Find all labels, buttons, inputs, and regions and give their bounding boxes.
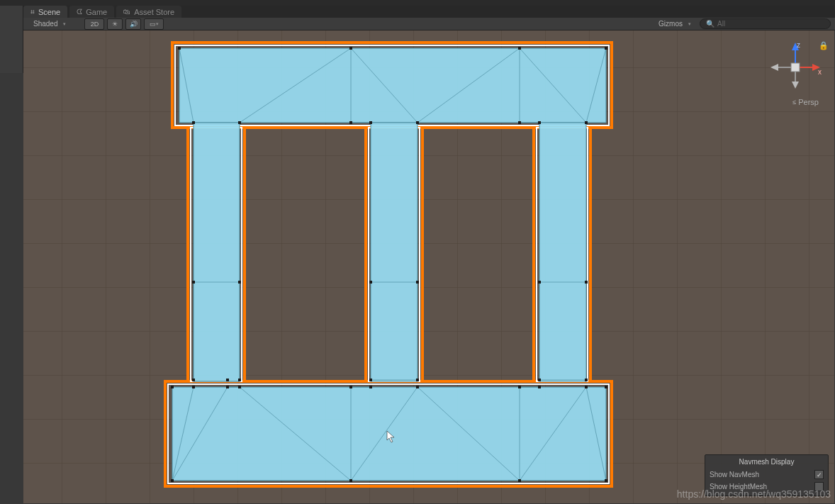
svg-rect-78 xyxy=(171,479,174,482)
svg-rect-53 xyxy=(585,121,588,124)
tab-game[interactable]: ᗧ Game xyxy=(69,6,114,18)
svg-rect-45 xyxy=(605,47,607,50)
tab-game-label: Game xyxy=(86,8,107,16)
svg-rect-72 xyxy=(369,386,372,388)
persp-arrow-icon: ≤ xyxy=(792,99,796,106)
svg-rect-59 xyxy=(585,281,588,284)
left-sidebar xyxy=(0,6,23,73)
asset-store-icon: 🛍 xyxy=(123,8,130,16)
show-navmesh-label: Show NavMesh xyxy=(710,471,759,478)
search-input[interactable]: 🔍 All xyxy=(700,18,831,29)
svg-rect-71 xyxy=(349,386,352,388)
top-bar xyxy=(0,0,835,6)
navmesh-panel-title: Navmesh Display xyxy=(710,457,824,469)
game-icon: ᗧ xyxy=(77,8,82,16)
tab-scene[interactable]: ⌗ Scene xyxy=(23,6,67,18)
tab-asset-store-label: Asset Store xyxy=(134,8,174,16)
watermark: https://blog.csdn.net/wq359135103 xyxy=(677,488,831,500)
svg-rect-44 xyxy=(518,47,521,50)
svg-rect-65 xyxy=(538,379,541,381)
svg-rect-50 xyxy=(416,121,419,124)
svg-rect-64 xyxy=(416,379,419,381)
audio-button[interactable]: 🔊 xyxy=(125,18,141,30)
lock-icon[interactable]: 🔒 xyxy=(819,41,829,50)
svg-rect-63 xyxy=(369,379,372,381)
shading-mode-dropdown[interactable]: Shaded ▾ xyxy=(28,19,72,28)
svg-rect-52 xyxy=(538,121,541,124)
axis-gizmo-icon: z x xyxy=(767,39,824,96)
svg-rect-70 xyxy=(238,386,241,388)
svg-rect-67 xyxy=(171,386,174,388)
svg-text:z: z xyxy=(797,41,800,49)
svg-rect-76 xyxy=(585,386,588,388)
svg-rect-43 xyxy=(349,47,352,50)
fx-button[interactable]: ▭ ▾ xyxy=(144,18,164,30)
mode-2d-button[interactable]: 2D xyxy=(84,18,104,30)
mode-2d-label: 2D xyxy=(91,21,99,28)
show-navmesh-row: Show NavMesh ✓ xyxy=(710,469,824,481)
svg-rect-62 xyxy=(238,379,241,381)
svg-rect-49 xyxy=(369,121,372,124)
svg-rect-56 xyxy=(369,281,372,284)
fx-icon: ▭ xyxy=(150,21,156,28)
svg-rect-81 xyxy=(605,479,607,482)
svg-rect-57 xyxy=(416,281,419,284)
svg-rect-79 xyxy=(349,479,352,482)
svg-rect-55 xyxy=(238,281,241,284)
tabs-bar: ⌗ Scene ᗧ Game 🛍 Asset Store xyxy=(23,6,835,18)
scene-viewport[interactable]: z x 🔒 ≤ Persp Navmesh Display Show NavMe… xyxy=(23,30,834,503)
persp-text: Persp xyxy=(798,98,819,106)
scene-icon: ⌗ xyxy=(30,8,35,16)
svg-rect-80 xyxy=(518,479,521,482)
svg-rect-61 xyxy=(226,379,229,381)
persp-label[interactable]: ≤ Persp xyxy=(792,98,819,106)
svg-rect-75 xyxy=(538,386,541,388)
svg-marker-91 xyxy=(792,82,799,89)
tab-asset-store[interactable]: 🛍 Asset Store xyxy=(116,6,181,18)
svg-rect-60 xyxy=(192,379,195,381)
svg-rect-10 xyxy=(194,123,240,381)
svg-rect-42 xyxy=(178,47,181,50)
gizmos-label: Gizmos xyxy=(659,20,683,28)
svg-marker-89 xyxy=(770,64,778,71)
svg-rect-58 xyxy=(538,281,541,284)
sun-icon: ☀ xyxy=(112,21,118,28)
gizmos-dropdown[interactable]: Gizmos ▾ xyxy=(653,19,697,28)
svg-rect-47 xyxy=(238,121,241,124)
tab-scene-label: Scene xyxy=(38,8,60,16)
svg-rect-69 xyxy=(226,386,229,388)
scene-toolbar: Shaded ▾ 2D ☀ 🔊 ▭ ▾ Gizmos ▾ 🔍 All xyxy=(23,18,835,30)
svg-rect-93 xyxy=(791,63,800,72)
svg-rect-48 xyxy=(349,121,352,124)
svg-rect-51 xyxy=(518,121,521,124)
dropdown-arrow-icon: ▾ xyxy=(63,21,66,27)
svg-rect-46 xyxy=(192,121,195,124)
search-icon: 🔍 xyxy=(706,20,714,28)
show-navmesh-checkbox[interactable]: ✓ xyxy=(814,470,824,479)
svg-rect-77 xyxy=(605,386,607,388)
svg-text:x: x xyxy=(818,68,822,76)
svg-rect-54 xyxy=(192,281,195,284)
lighting-button[interactable]: ☀ xyxy=(107,18,123,30)
svg-rect-11 xyxy=(371,123,418,381)
audio-icon: 🔊 xyxy=(130,21,138,28)
svg-rect-68 xyxy=(192,386,195,388)
shading-mode-label: Shaded xyxy=(33,20,57,28)
dropdown-arrow-icon: ▾ xyxy=(688,21,691,27)
svg-rect-73 xyxy=(416,386,419,388)
dropdown-arrow-icon: ▾ xyxy=(156,21,159,27)
navmesh-visualization xyxy=(23,30,834,503)
search-placeholder: All xyxy=(717,20,725,28)
svg-rect-66 xyxy=(585,379,588,381)
svg-rect-12 xyxy=(539,123,586,381)
svg-rect-74 xyxy=(518,386,521,388)
